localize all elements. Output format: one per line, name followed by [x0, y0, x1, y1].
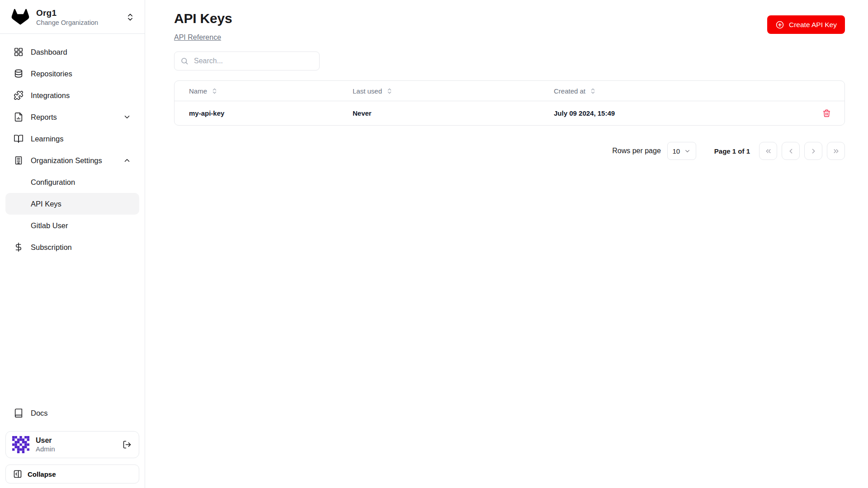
logout-icon[interactable] — [123, 440, 132, 449]
book-icon — [14, 408, 24, 418]
building-icon — [14, 155, 24, 165]
first-page-button[interactable] — [759, 142, 777, 160]
sidebar-item-configuration[interactable]: Configuration — [5, 171, 139, 193]
collapse-button[interactable]: Collapse — [5, 465, 139, 483]
database-icon — [14, 69, 24, 79]
sidebar-item-label: Integrations — [31, 91, 70, 100]
column-header-last-used[interactable]: Last used — [338, 87, 539, 95]
chevrons-right-icon — [832, 147, 840, 155]
sidebar-item-label: Repositories — [31, 70, 72, 78]
page-info: Page 1 of 1 — [714, 147, 750, 155]
sidebar-item-reports[interactable]: Reports — [5, 106, 139, 128]
cell-name: my-api-key — [175, 109, 338, 117]
sidebar-item-label: API Keys — [31, 200, 61, 208]
chevron-up-icon — [123, 156, 131, 164]
puzzle-icon — [14, 90, 24, 100]
org-switcher[interactable]: Org1 Change Organization — [0, 0, 145, 34]
report-icon — [14, 112, 24, 122]
sidebar: Org1 Change Organization Dashboard Repos… — [0, 0, 145, 488]
sidebar-item-label: Learnings — [31, 135, 63, 143]
sidebar-item-docs[interactable]: Docs — [5, 402, 139, 424]
pagination: Rows per page 10 Page 1 of 1 — [174, 142, 845, 160]
sidebar-item-gitlab-user[interactable]: Gitlab User — [5, 215, 139, 236]
sidebar-item-dashboard[interactable]: Dashboard — [5, 41, 139, 63]
next-page-button[interactable] — [804, 142, 822, 160]
sidebar-item-label: Reports — [31, 113, 57, 122]
sidebar-item-repositories[interactable]: Repositories — [5, 63, 139, 84]
api-reference-link[interactable]: API Reference — [174, 33, 221, 42]
sidebar-item-learnings[interactable]: Learnings — [5, 128, 139, 150]
org-subtitle: Change Organization — [36, 19, 98, 26]
search-icon — [180, 57, 189, 65]
sidebar-item-label: Organization Settings — [31, 156, 102, 165]
sort-icon — [386, 88, 393, 94]
sidebar-item-label: Dashboard — [31, 48, 67, 56]
org-logo-icon — [11, 8, 30, 26]
page-size-select[interactable]: 10 — [667, 142, 696, 160]
table-header-row: Name Last used Created at — [175, 81, 844, 101]
prev-page-button[interactable] — [782, 142, 800, 160]
user-card[interactable]: User Admin — [5, 431, 139, 458]
sidebar-item-label: Docs — [31, 409, 48, 418]
user-role: Admin — [36, 445, 55, 453]
create-api-key-button[interactable]: Create API Key — [767, 15, 845, 34]
page-size-value: 10 — [672, 147, 680, 155]
collapse-label: Collapse — [28, 470, 56, 478]
page-title: API Keys — [174, 11, 845, 26]
sidebar-footer: Docs User Admin Collapse — [0, 398, 145, 488]
sidebar-nav: Dashboard Repositories Integrations Repo… — [0, 34, 145, 258]
sort-icon — [211, 88, 218, 94]
cell-created-at: July 09 2024, 15:49 — [539, 109, 803, 117]
sidebar-item-label: Subscription — [31, 243, 72, 252]
sidebar-item-integrations[interactable]: Integrations — [5, 84, 139, 106]
create-api-key-label: Create API Key — [789, 21, 837, 29]
last-page-button[interactable] — [827, 142, 845, 160]
chevron-down-icon — [684, 148, 691, 155]
search-box — [174, 52, 320, 70]
dashboard-icon — [14, 47, 24, 57]
chevrons-up-down-icon[interactable] — [126, 13, 135, 22]
main-content: API Keys API Reference Create API Key Na… — [145, 0, 868, 488]
chevron-left-icon — [787, 147, 795, 155]
cell-last-used: Never — [338, 109, 539, 117]
user-name: User — [36, 436, 55, 445]
table-row: my-api-key Never July 09 2024, 15:49 — [175, 101, 844, 125]
sort-icon — [590, 88, 596, 94]
sidebar-item-label: Configuration — [31, 178, 75, 187]
trash-icon — [822, 109, 831, 118]
chevron-down-icon — [123, 113, 131, 121]
chevrons-left-icon — [764, 147, 772, 155]
sidebar-item-subscription[interactable]: Subscription — [5, 236, 139, 258]
book-open-icon — [14, 134, 24, 144]
plus-circle-icon — [775, 20, 784, 29]
api-keys-table: Name Last used Created at my-api-key Nev… — [174, 80, 845, 126]
search-input[interactable] — [193, 56, 313, 66]
column-header-name[interactable]: Name — [175, 87, 338, 95]
column-header-created-at[interactable]: Created at — [539, 87, 803, 95]
sidebar-item-label: Gitlab User — [31, 221, 68, 230]
panel-collapse-icon — [13, 469, 22, 479]
chevron-right-icon — [810, 147, 817, 155]
sidebar-item-api-keys[interactable]: API Keys — [5, 193, 139, 215]
rows-per-page-label: Rows per page — [612, 147, 661, 155]
org-name: Org1 — [36, 8, 98, 18]
sidebar-item-organization-settings[interactable]: Organization Settings — [5, 150, 139, 171]
dollar-icon — [14, 242, 24, 252]
avatar — [12, 436, 29, 453]
delete-api-key-button[interactable] — [822, 109, 844, 118]
